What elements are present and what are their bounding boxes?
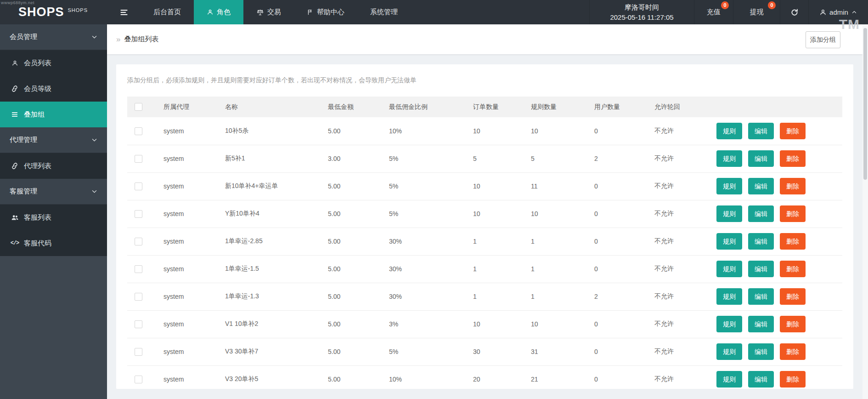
cell-name: 新10单补4+幸运单 — [225, 172, 328, 200]
edit-button[interactable]: 编辑 — [748, 233, 774, 250]
delete-button[interactable]: 删除 — [780, 123, 806, 139]
sidebar-item-service-code[interactable]: </>客服代码 — [0, 230, 107, 256]
cell-min-commission: 5% — [389, 172, 473, 200]
refresh-button[interactable] — [780, 0, 808, 24]
nav-tab-role[interactable]: 角色 — [194, 0, 243, 24]
cell-rules: 1 — [531, 283, 594, 310]
edit-button[interactable]: 编辑 — [748, 123, 774, 139]
delete-button[interactable]: 删除 — [780, 288, 806, 305]
cell-loop: 不允许 — [654, 365, 716, 389]
cell-loop: 不允许 — [654, 228, 716, 255]
cell-orders: 1 — [473, 255, 531, 283]
cell-min-commission: 3% — [389, 310, 473, 338]
table-row: system新5补13.005%552不允许规则编辑删除 — [127, 145, 842, 172]
rule-button[interactable]: 规则 — [716, 233, 742, 250]
edit-button[interactable]: 编辑 — [748, 150, 774, 167]
main-area: » 叠加组列表 添加分组 添加分组后，必须添加规则，并且规则需要对应好订单个数，… — [107, 24, 862, 399]
edit-button[interactable]: 编辑 — [748, 288, 774, 305]
cell-loop: 不允许 — [654, 172, 716, 200]
sidebar-section-service-mgmt[interactable]: 客服管理 — [0, 179, 107, 205]
timezone-clock: 摩洛哥时间 2025-05-16 11:27:05 — [589, 0, 694, 24]
sidebar-item-label: 客服代码 — [24, 239, 51, 248]
table-row: system新10单补4+幸运单5.005%10110不允许规则编辑删除 — [127, 172, 842, 200]
delete-button[interactable]: 删除 — [780, 150, 806, 167]
edit-button[interactable]: 编辑 — [748, 205, 774, 222]
edit-button[interactable]: 编辑 — [748, 261, 774, 277]
rule-button[interactable]: 规则 — [716, 178, 742, 194]
delete-button[interactable]: 删除 — [780, 371, 806, 388]
edit-button[interactable]: 编辑 — [748, 371, 774, 388]
delete-button[interactable]: 删除 — [780, 316, 806, 332]
users-icon — [10, 214, 19, 222]
chevron-down-icon — [91, 137, 98, 143]
menu-toggle-icon[interactable] — [107, 0, 141, 24]
row-checkbox[interactable] — [135, 155, 142, 163]
row-checkbox[interactable] — [135, 320, 142, 328]
topbar-right: 摩洛哥时间 2025-05-16 11:27:05 充值 0 提现 0 admi… — [589, 0, 868, 24]
rule-button[interactable]: 规则 — [716, 123, 742, 139]
row-checkbox[interactable] — [135, 210, 142, 218]
list-icon — [10, 111, 19, 118]
rule-button[interactable]: 规则 — [716, 288, 742, 305]
sidebar-section-agent-mgmt[interactable]: 代理管理 — [0, 127, 107, 153]
cell-agent: system — [163, 200, 225, 228]
rule-button[interactable]: 规则 — [716, 316, 742, 332]
nav-tab-system[interactable]: 系统管理 — [357, 0, 411, 24]
cell-min-commission: 10% — [389, 365, 473, 389]
sidebar-item-agent-list[interactable]: 代理列表 — [0, 153, 107, 179]
cell-min-commission: 30% — [389, 228, 473, 255]
delete-button[interactable]: 删除 — [780, 205, 806, 222]
cell-min-amount: 5.00 — [328, 228, 389, 255]
chevron-down-icon — [91, 34, 98, 40]
nav-tab-help[interactable]: 帮助中心 — [294, 0, 357, 24]
select-all-checkbox[interactable] — [135, 103, 142, 111]
sidebar-item-member-list[interactable]: 会员列表 — [0, 50, 107, 76]
row-checkbox[interactable] — [135, 127, 142, 135]
row-checkbox[interactable] — [135, 265, 142, 273]
page-scrollbar[interactable] — [862, 24, 868, 399]
cell-name: V1 10单补2 — [225, 310, 328, 338]
rule-button[interactable]: 规则 — [716, 205, 742, 222]
nav-tab-home[interactable]: 后台首页 — [141, 0, 194, 24]
cell-users: 0 — [594, 172, 654, 200]
edit-button[interactable]: 编辑 — [748, 343, 774, 360]
rule-button[interactable]: 规则 — [716, 150, 742, 167]
sidebar-item-label: 代理列表 — [24, 162, 51, 171]
sidebar-item-member-level[interactable]: 会员等级 — [0, 76, 107, 102]
delete-button[interactable]: 删除 — [780, 261, 806, 277]
site-watermark: wwwp688ym.net — [1, 0, 34, 5]
sidebar-item-stack-group[interactable]: 叠加组 — [0, 102, 107, 127]
rule-button[interactable]: 规则 — [716, 261, 742, 277]
cell-users: 0 — [594, 117, 654, 145]
cell-orders: 10 — [473, 310, 531, 338]
sidebar-item-label: 叠加组 — [24, 110, 45, 119]
row-checkbox[interactable] — [135, 348, 142, 356]
edit-button[interactable]: 编辑 — [748, 178, 774, 194]
col-header-min-amount: 最低金额 — [328, 97, 389, 117]
delete-button[interactable]: 删除 — [780, 233, 806, 250]
sidebar-item-service-list[interactable]: 客服列表 — [0, 205, 107, 230]
nav-tab-trade[interactable]: 交易 — [243, 0, 294, 24]
add-group-button[interactable]: 添加分组 — [806, 31, 840, 48]
row-checkbox[interactable] — [135, 238, 142, 245]
edit-button[interactable]: 编辑 — [748, 316, 774, 332]
withdraw-button[interactable]: 提现 0 — [733, 0, 780, 24]
rule-button[interactable]: 规则 — [716, 343, 742, 360]
row-checkbox[interactable] — [135, 293, 142, 301]
recharge-button[interactable]: 充值 0 — [694, 0, 733, 24]
row-checkbox[interactable] — [135, 376, 142, 383]
scrollbar-thumb[interactable] — [863, 28, 867, 180]
link-icon — [10, 162, 19, 170]
cell-orders: 10 — [473, 117, 531, 145]
table-row: systemY新10单补45.005%10100不允许规则编辑删除 — [127, 200, 842, 228]
cell-name: 1单幸运-1.3 — [225, 283, 328, 310]
rule-button[interactable]: 规则 — [716, 371, 742, 388]
cell-min-amount: 5.00 — [328, 338, 389, 365]
recharge-label: 充值 — [707, 8, 721, 17]
delete-button[interactable]: 删除 — [780, 178, 806, 194]
breadcrumb-chevrons-icon: » — [116, 35, 120, 44]
sidebar-section-member-mgmt[interactable]: 会员管理 — [0, 24, 107, 50]
delete-button[interactable]: 删除 — [780, 343, 806, 360]
row-checkbox[interactable] — [135, 182, 142, 190]
cell-min-amount: 5.00 — [328, 283, 389, 310]
